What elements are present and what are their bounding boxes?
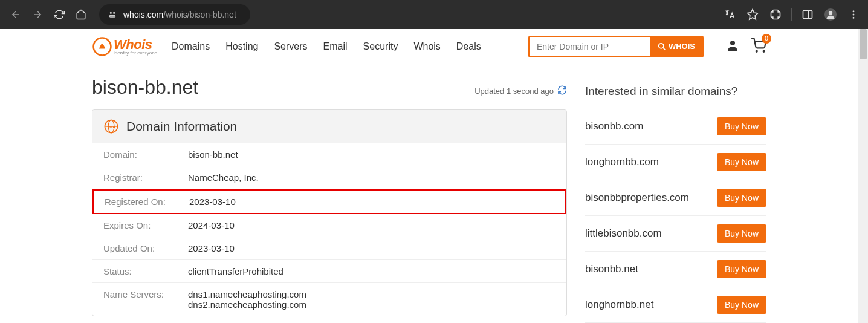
svg-line-12 [663, 47, 666, 50]
buy-button[interactable]: Buy Now [717, 224, 766, 243]
svg-point-7 [853, 10, 855, 12]
nav-deals[interactable]: Deals [456, 41, 481, 52]
search-button[interactable]: WHOIS [650, 37, 702, 56]
info-row-registered-on: Registered On: 2023-03-10 [92, 189, 566, 214]
info-row-expires-on: Expires On: 2024-03-10 [92, 214, 566, 237]
info-row-status: Status: clientTransferProhibited [92, 260, 566, 283]
svg-point-8 [853, 14, 855, 16]
svg-rect-3 [803, 10, 812, 18]
nav-domains[interactable]: Domains [172, 41, 210, 52]
logo-tagline: identity for everyone [114, 50, 157, 56]
nav-hosting[interactable]: Hosting [225, 41, 258, 52]
nav-email[interactable]: Email [323, 41, 348, 52]
url-text: whois.com/whois/bison-bb.net [123, 10, 236, 19]
domain-info-panel: www Domain Information Domain: bison-bb.… [92, 109, 567, 316]
menu-icon[interactable] [846, 7, 861, 22]
nav-security[interactable]: Security [363, 41, 398, 52]
svg-text:www: www [106, 125, 115, 128]
divider [791, 8, 792, 21]
svg-point-11 [659, 43, 664, 48]
back-button[interactable] [7, 6, 24, 23]
page-title: bison-bb.net [92, 76, 198, 99]
logo-icon [92, 36, 112, 57]
info-row-domain: Domain: bison-bb.net [92, 143, 566, 166]
buy-button[interactable]: Buy Now [717, 189, 766, 207]
sidepanel-icon[interactable] [800, 7, 815, 22]
site-header: Whois identity for everyone Domains Host… [0, 29, 858, 64]
svg-point-6 [829, 11, 832, 15]
updated-info: Updated 1 second ago [474, 85, 567, 97]
www-icon: www [103, 119, 119, 134]
buy-button[interactable]: Buy Now [717, 260, 766, 278]
browser-toolbar: whois.com/whois/bison-bb.net [0, 0, 868, 29]
similar-domain-row: bisonbbproperties.com Buy Now [585, 180, 766, 216]
buy-button[interactable]: Buy Now [717, 153, 766, 171]
address-bar[interactable]: whois.com/whois/bison-bb.net [99, 4, 250, 25]
svg-point-9 [853, 17, 855, 19]
info-row-name-servers: Name Servers: dns1.namecheaphosting.com … [92, 283, 566, 316]
similar-domain-row: bisonbb.net Buy Now [585, 252, 766, 287]
search-input[interactable] [530, 37, 650, 56]
svg-rect-2 [109, 15, 115, 17]
info-row-updated-on: Updated On: 2023-03-10 [92, 237, 566, 260]
info-row-registrar: Registrar: NameCheap, Inc. [92, 166, 566, 189]
sidebar-title: Interested in similar domains? [585, 85, 766, 98]
buy-button[interactable]: Buy Now [717, 117, 766, 135]
nav-servers[interactable]: Servers [274, 41, 307, 52]
scrollbar[interactable] [858, 29, 868, 323]
cart-icon[interactable]: 0 [751, 38, 766, 56]
reload-button[interactable] [51, 6, 68, 23]
svg-point-0 [110, 12, 111, 13]
nav-whois[interactable]: Whois [413, 41, 440, 52]
main-nav: Domains Hosting Servers Email Security W… [172, 41, 481, 52]
forward-button[interactable] [29, 6, 46, 23]
logo[interactable]: Whois identity for everyone [92, 36, 157, 57]
cart-badge: 0 [762, 34, 771, 44]
svg-point-14 [756, 50, 757, 51]
similar-domain-row: longhornbb.com Buy Now [585, 145, 766, 180]
search-form: WHOIS [528, 36, 704, 57]
site-settings-icon[interactable] [108, 10, 117, 19]
bookmark-icon[interactable] [745, 7, 760, 22]
translate-icon[interactable] [722, 7, 737, 22]
user-icon[interactable] [725, 38, 740, 55]
scrollbar-thumb[interactable] [860, 29, 867, 59]
similar-domain-row: bisonbb.com Buy Now [585, 109, 766, 145]
svg-point-15 [763, 50, 765, 51]
search-icon [658, 42, 666, 51]
extensions-icon[interactable] [768, 7, 783, 22]
panel-title: Domain Information [126, 119, 237, 134]
similar-domain-row: longhornbb.net Buy Now [585, 287, 766, 323]
home-button[interactable] [73, 6, 89, 23]
buy-button[interactable]: Buy Now [717, 296, 766, 314]
similar-domain-row: littlebisonbb.com Buy Now [585, 216, 766, 252]
profile-icon[interactable] [823, 7, 838, 22]
refresh-icon[interactable] [557, 85, 567, 97]
svg-point-1 [114, 12, 115, 13]
svg-point-13 [730, 41, 735, 45]
